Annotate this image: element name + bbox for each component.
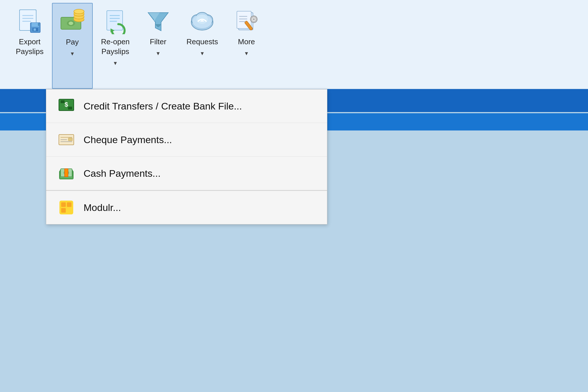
credit-transfer-icon: $ (58, 97, 75, 115)
export-payslips-button[interactable]: Export Payslips (9, 3, 51, 89)
modulr-label: Modulr... (84, 202, 121, 213)
more-button[interactable]: More ▼ (226, 3, 266, 89)
reopen-dropdown-arrow: ▼ (113, 60, 118, 67)
toolbar: Export Payslips Pay ▼ (0, 0, 588, 89)
svg-rect-7 (38, 23, 39, 26)
cash-payments-item[interactable]: $ Cash Payments... (46, 157, 327, 190)
cheque-payments-item[interactable]: Cheque Payments... (46, 123, 327, 157)
svg-rect-59 (61, 202, 66, 207)
cash-icon: $ (58, 165, 75, 182)
credit-transfers-item[interactable]: $ Credit Transfers / Create Bank File... (46, 89, 327, 123)
requests-button[interactable]: Requests ▼ (179, 3, 225, 89)
svg-text:$: $ (65, 101, 68, 108)
cheque-payments-label: Cheque Payments... (84, 134, 172, 145)
requests-label: Requests (187, 37, 218, 47)
svg-rect-45 (61, 100, 65, 103)
more-label: More (238, 37, 255, 47)
cheque-icon (58, 131, 75, 148)
pay-dropdown-menu: $ Credit Transfers / Create Bank File...… (46, 89, 327, 224)
filter-label: Filter (150, 37, 167, 47)
svg-rect-57 (65, 169, 68, 177)
requests-icon (189, 8, 215, 34)
svg-rect-9 (34, 28, 36, 31)
svg-rect-20 (107, 11, 123, 30)
svg-rect-46 (68, 107, 72, 109)
modulr-item[interactable]: Modulr... (46, 190, 327, 224)
more-dropdown-arrow: ▼ (244, 50, 249, 57)
pay-dropdown-arrow: ▼ (70, 51, 75, 57)
pay-icon (59, 9, 85, 34)
filter-button[interactable]: Filter ▼ (138, 3, 178, 89)
filter-icon (145, 8, 171, 34)
filter-dropdown-arrow: ▼ (156, 50, 161, 57)
svg-point-19 (74, 9, 84, 14)
svg-point-38 (253, 18, 255, 20)
svg-point-12 (69, 22, 73, 25)
svg-rect-60 (67, 202, 71, 207)
export-payslips-label: Export Payslips (16, 37, 44, 57)
export-payslips-icon (17, 8, 42, 34)
svg-rect-62 (67, 208, 71, 213)
more-icon (233, 8, 259, 34)
credit-transfers-label: Credit Transfers / Create Bank File... (84, 101, 242, 112)
reopen-payslips-button[interactable]: Re-open Payslips ▼ (94, 3, 137, 89)
pay-label: Pay (66, 37, 79, 47)
pay-button[interactable]: Pay ▼ (52, 3, 93, 89)
svg-rect-61 (61, 208, 66, 213)
modulr-icon (58, 199, 75, 216)
cash-payments-label: Cash Payments... (84, 168, 160, 179)
svg-rect-51 (68, 138, 72, 141)
reopen-payslips-icon (102, 8, 128, 34)
requests-dropdown-arrow: ▼ (200, 50, 205, 57)
reopen-payslips-label: Re-open Payslips (101, 37, 130, 57)
